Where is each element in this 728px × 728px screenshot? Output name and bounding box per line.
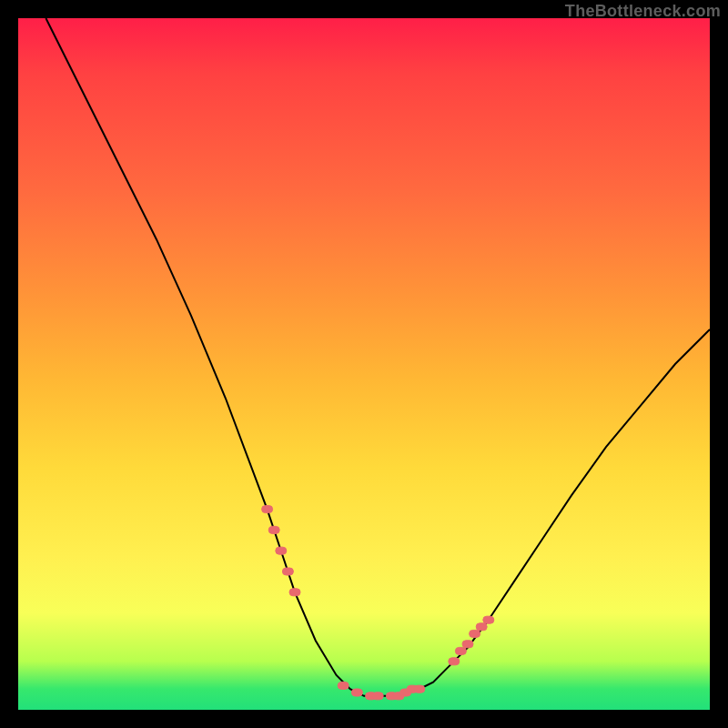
marker-point [449,658,460,665]
marker-point [455,647,466,654]
marker-point [372,693,383,700]
marker-point [276,547,287,554]
marker-point [470,630,480,637]
marker-point [268,526,279,533]
curve-overlay [18,18,710,710]
marker-point [476,623,487,631]
marker-point [351,689,362,696]
marker-point [414,685,425,693]
marker-point [462,641,473,648]
marker-point [282,568,293,575]
highlighted-points [262,506,494,700]
chart-container: TheBottleneck.com [0,0,728,728]
marker-point [262,506,273,513]
marker-point [289,589,300,596]
marker-point [338,682,349,689]
bottleneck-curve [46,18,710,696]
marker-point [483,616,494,623]
